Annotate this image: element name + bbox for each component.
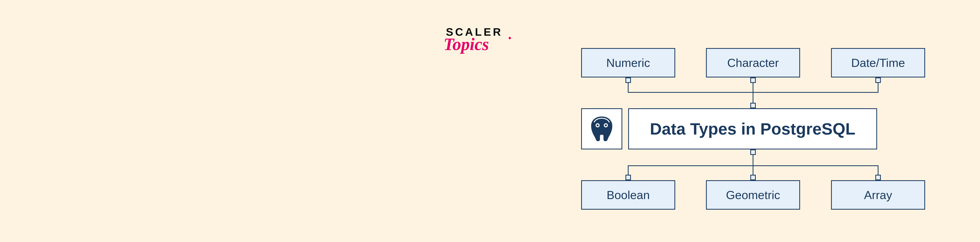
center-title-box: Data Types in PostgreSQL: [628, 108, 877, 150]
connector-stub: [875, 175, 881, 180]
diagram-canvas: SCALER Topics Numeric Character Date/Tim…: [0, 0, 980, 242]
node-label: Geometric: [726, 188, 780, 202]
logo-dot-icon: [509, 37, 511, 39]
connector-line: [628, 83, 628, 92]
connector-line: [628, 166, 628, 175]
node-datetime: Date/Time: [831, 48, 925, 78]
postgres-elephant-icon: [587, 114, 616, 143]
node-label: Numeric: [606, 56, 650, 70]
logo-text-secondary: Topics: [444, 34, 503, 54]
center-title-text: Data Types in PostgreSQL: [650, 119, 856, 139]
node-character: Character: [706, 48, 800, 78]
connector-stub: [750, 103, 756, 108]
node-label: Boolean: [607, 188, 650, 202]
connector-line: [752, 92, 753, 103]
connector-stub: [625, 78, 631, 83]
postgres-icon-box: [581, 108, 622, 150]
node-label: Character: [727, 56, 779, 70]
svg-point-3: [605, 124, 607, 126]
node-label: Array: [864, 188, 892, 202]
connector-line: [752, 166, 753, 175]
node-numeric: Numeric: [581, 48, 675, 78]
connector-line: [878, 166, 878, 175]
connector-line: [752, 83, 753, 92]
connector-line: [878, 83, 878, 92]
connector-stub: [875, 78, 881, 83]
node-array: Array: [831, 180, 925, 210]
node-boolean: Boolean: [581, 180, 675, 210]
connector-line: [752, 155, 753, 166]
connector-stub: [750, 175, 756, 180]
connector-stub: [625, 175, 631, 180]
connector-stub: [750, 150, 756, 155]
node-label: Date/Time: [851, 56, 905, 70]
node-geometric: Geometric: [706, 180, 800, 210]
scaler-topics-logo: SCALER Topics: [446, 25, 503, 54]
svg-point-2: [597, 124, 599, 126]
connector-stub: [750, 78, 756, 83]
